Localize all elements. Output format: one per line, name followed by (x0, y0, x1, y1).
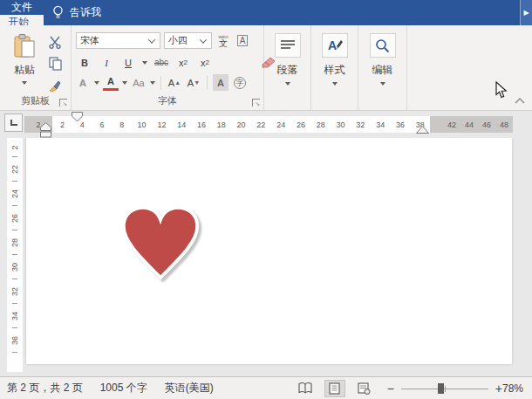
text-effects-dropdown-icon[interactable] (94, 81, 99, 85)
ruler-number: 22 (10, 165, 19, 174)
zoom-level[interactable]: 78% (502, 382, 532, 395)
phonetic-guide-button[interactable]: wén 文 (215, 32, 231, 49)
ruler-number: 30 (331, 120, 351, 129)
underline-button[interactable]: U (120, 54, 136, 71)
ruler-number: 12 (152, 120, 172, 129)
ruler-number: 48 (495, 120, 513, 129)
ruler-number: 46 (478, 120, 495, 129)
shrink-font-button[interactable]: A▼ (186, 74, 201, 91)
editing-group-button[interactable]: 编辑 (358, 25, 407, 110)
zoom-slider-thumb[interactable] (438, 383, 444, 394)
strikethrough-button[interactable]: abc (153, 54, 169, 71)
ruler-number: 26 (10, 214, 19, 223)
italic-button[interactable]: I (99, 54, 114, 71)
ruler-number: 34 (371, 120, 391, 129)
separator (207, 76, 208, 90)
ruler-number: 10 (132, 120, 152, 129)
zoom-slider[interactable] (401, 382, 488, 395)
zoom-slider-center-tick (445, 386, 446, 392)
paragraph-group-button[interactable]: 段落 (264, 25, 311, 110)
ruler-number: 24 (10, 189, 19, 198)
left-indent-marker[interactable] (40, 122, 51, 138)
print-layout-icon (329, 382, 340, 395)
zoom-out-button[interactable]: − (387, 382, 394, 395)
change-case-button[interactable]: Aa (131, 74, 147, 91)
ruler-number: 22 (251, 120, 271, 129)
chevron-down-icon (148, 36, 155, 43)
grow-font-button[interactable]: A▲ (167, 74, 182, 91)
styles-dropdown-icon (332, 82, 338, 86)
font-group: 宋体 小四 wén 文 A B I U (72, 25, 264, 110)
bold-button[interactable]: B (77, 54, 92, 71)
underline-dropdown-icon[interactable] (142, 61, 147, 65)
font-color-button[interactable]: A (103, 74, 119, 91)
document-area: 22224262830323436 (0, 138, 532, 376)
font-name-combobox[interactable]: 宋体 (76, 32, 160, 49)
paste-icon (12, 33, 37, 59)
tell-me[interactable]: 告诉我 (44, 0, 110, 25)
styles-group-button[interactable]: A 样式 (311, 25, 358, 110)
clipboard-dialog-launcher[interactable]: ↘ (59, 99, 67, 107)
ruler-number: 34 (10, 312, 19, 320)
ruler-number: 44 (460, 120, 478, 129)
ruler-number: 14 (172, 120, 192, 129)
styles-group-label: 样式 (324, 63, 345, 78)
copy-button[interactable] (45, 55, 65, 72)
status-bar: 第 2 页，共 2 页 1005 个字 英语(美国) (0, 376, 532, 399)
chevron-down-icon (200, 36, 207, 43)
character-border-button[interactable]: A (235, 32, 250, 49)
paragraph-icon (280, 39, 296, 52)
web-layout-button[interactable] (354, 380, 375, 397)
character-shading-button[interactable]: A (213, 74, 228, 91)
left-tab-icon (10, 120, 17, 126)
word-window: 文件开始插入设计布局引用邮件审阅视图开发帮助特色福昕格式 告诉我 ▶ 粘贴 (0, 0, 532, 399)
document-page[interactable] (26, 138, 512, 364)
ruler-number: 30 (10, 263, 19, 272)
svg-text:A: A (328, 38, 337, 52)
first-line-indent-marker[interactable] (72, 112, 83, 122)
clipboard-group: 粘贴 (0, 25, 72, 110)
ruler-number: 42 (443, 120, 460, 129)
subscript-button[interactable]: x2 (175, 54, 191, 71)
vertical-ruler[interactable]: 22224262830323436 (7, 138, 23, 372)
heart-shape[interactable] (119, 203, 202, 286)
text-effects-button[interactable]: A (75, 74, 91, 91)
paste-button[interactable]: 粘贴 (7, 33, 42, 85)
paste-label: 粘贴 (14, 63, 35, 78)
format-painter-button[interactable] (45, 77, 65, 94)
font-dialog-launcher[interactable]: ↘ (252, 99, 260, 107)
paste-dropdown-icon (22, 81, 27, 85)
paragraph-dropdown-icon (285, 82, 290, 86)
grow-font-base: A (168, 78, 174, 88)
language-status[interactable]: 英语(美国) (156, 381, 222, 396)
ruler-number: 26 (291, 120, 311, 129)
word-count-status[interactable]: 1005 个字 (92, 381, 156, 396)
superscript-mark: 2 (206, 58, 209, 66)
ruler-number: 36 (391, 120, 411, 129)
ribbon-overflow-button[interactable]: ▶ (520, 0, 532, 25)
font-color-dropdown-icon[interactable] (122, 81, 127, 85)
change-case-dropdown-icon[interactable] (150, 81, 155, 85)
read-mode-button[interactable] (295, 380, 316, 397)
mouse-cursor (495, 81, 508, 99)
phonetic-guide-hanzi: 文 (219, 39, 228, 48)
horizontal-ruler[interactable]: 2 2468101214161820222426283032343638 424… (24, 116, 513, 133)
tell-me-label: 告诉我 (70, 5, 101, 20)
shrink-font-mark: ▼ (194, 79, 200, 86)
print-layout-button[interactable] (324, 380, 345, 397)
cut-button[interactable] (45, 33, 65, 51)
font-group-label: 字体 (72, 94, 263, 107)
paragraph-group-label: 段落 (277, 63, 298, 78)
zoom-in-button[interactable]: + (495, 382, 502, 395)
right-indent-marker[interactable] (416, 126, 429, 134)
enclose-characters-button[interactable]: 字 (232, 74, 248, 91)
subscript-mark: 2 (184, 58, 188, 66)
ribbon-tab[interactable]: 文件 (0, 0, 44, 15)
superscript-button[interactable]: x2 (197, 54, 213, 71)
ribbon: 粘贴 (0, 25, 532, 111)
search-icon (375, 38, 390, 53)
tab-stop-selector[interactable] (4, 114, 23, 132)
page-number-status[interactable]: 第 2 页，共 2 页 (0, 381, 92, 396)
font-size-combobox[interactable]: 小四 (164, 32, 212, 49)
collapse-ribbon-button[interactable] (515, 96, 525, 105)
